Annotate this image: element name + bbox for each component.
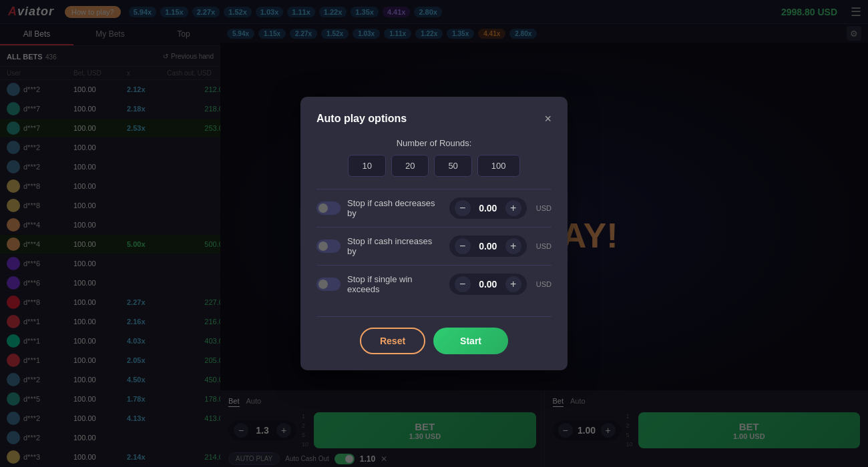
number-control-single-win: − 0.00 + [449, 274, 527, 295]
decrease-btn-opt3[interactable]: − [455, 276, 471, 292]
num-val-opt3: 0.00 [476, 279, 500, 290]
option-single-win: Stop if single win exceeds − 0.00 + USD [316, 265, 552, 303]
option-label-increase: Stop if cash increases by [347, 236, 443, 256]
toggle-single-win[interactable] [316, 278, 341, 291]
modal-overlay: Auto play options × Number of Rounds: 10… [0, 0, 868, 467]
currency-label-opt1: USD [536, 204, 552, 212]
option-cash-decrease: Stop if cash decreases by − 0.00 + USD [316, 189, 552, 227]
option-label-decrease: Stop if cash decreases by [347, 198, 443, 218]
modal-title: Auto play options [316, 113, 407, 125]
num-val-opt2: 0.00 [476, 241, 500, 252]
autoplay-modal: Auto play options × Number of Rounds: 10… [300, 97, 568, 370]
decrease-btn-opt1[interactable]: − [455, 200, 471, 216]
option-cash-increase: Stop if cash increases by − 0.00 + USD [316, 227, 552, 265]
increase-btn-opt2[interactable]: + [505, 238, 521, 254]
modal-header: Auto play options × [316, 113, 552, 125]
round-option-100[interactable]: 100 [477, 155, 520, 177]
rounds-section: Number of Rounds: 10 20 50 100 [316, 138, 552, 177]
currency-label-opt2: USD [536, 242, 552, 250]
number-control-increase: − 0.00 + [449, 236, 527, 257]
round-option-20[interactable]: 20 [391, 155, 429, 177]
num-val-opt1: 0.00 [476, 203, 500, 213]
round-option-10[interactable]: 10 [348, 155, 385, 177]
decrease-btn-opt2[interactable]: − [455, 238, 471, 254]
modal-close-button[interactable]: × [544, 113, 552, 125]
rounds-label: Number of Rounds: [316, 138, 552, 148]
increase-btn-opt1[interactable]: + [505, 200, 521, 216]
reset-button[interactable]: Reset [360, 328, 425, 354]
round-option-50[interactable]: 50 [434, 155, 471, 177]
toggle-cash-decrease[interactable] [316, 201, 341, 215]
start-button[interactable]: Start [433, 328, 508, 354]
toggle-cash-increase[interactable] [316, 240, 341, 253]
rounds-options: 10 20 50 100 [316, 155, 552, 177]
number-control-decrease: − 0.00 + [449, 197, 527, 219]
increase-btn-opt3[interactable]: + [505, 276, 521, 292]
modal-footer: Reset Start [316, 316, 552, 354]
currency-label-opt3: USD [536, 280, 552, 288]
option-label-single-win: Stop if single win exceeds [347, 274, 443, 294]
